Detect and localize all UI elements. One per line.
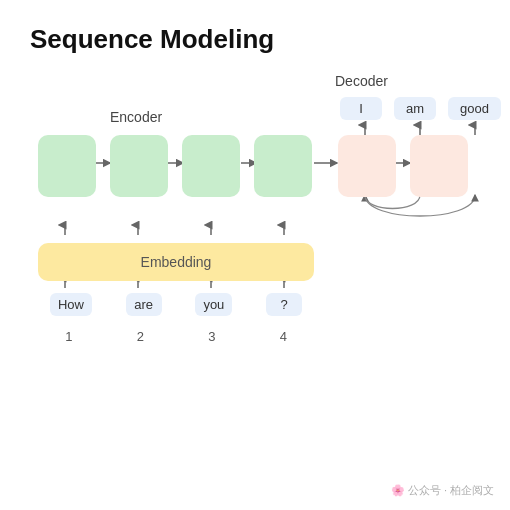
token-num-1: 1	[51, 329, 87, 344]
encoder-label: Encoder	[110, 109, 162, 125]
encoder-box-1	[38, 135, 96, 197]
input-tokens: How are you ?	[38, 293, 314, 316]
input-token-q: ?	[266, 293, 302, 316]
token-num-3: 3	[194, 329, 230, 344]
output-token-I: I	[340, 97, 382, 120]
input-token-are: are	[126, 293, 162, 316]
encoder-box-3	[182, 135, 240, 197]
decoder-output-tokens: I am good	[340, 97, 501, 120]
input-token-you: you	[195, 293, 232, 316]
page: Sequence Modeling	[0, 0, 510, 510]
page-title: Sequence Modeling	[30, 24, 480, 55]
encoder-box-4	[254, 135, 312, 197]
token-num-4: 4	[265, 329, 301, 344]
embedding-section: Embedding	[38, 239, 314, 281]
input-token-how: How	[50, 293, 92, 316]
embedding-box: Embedding	[38, 243, 314, 281]
watermark: 🌸 公众号 · 柏企阅文	[391, 483, 494, 498]
encoder-boxes	[38, 135, 312, 197]
output-token-am: am	[394, 97, 436, 120]
token-numbers: 1 2 3 4	[38, 329, 314, 344]
decoder-box-1	[338, 135, 396, 197]
output-token-good: good	[448, 97, 501, 120]
decoder-boxes	[338, 135, 468, 197]
token-num-2: 2	[122, 329, 158, 344]
encoder-box-2	[110, 135, 168, 197]
decoder-label: Decoder	[335, 73, 388, 89]
decoder-box-2	[410, 135, 468, 197]
